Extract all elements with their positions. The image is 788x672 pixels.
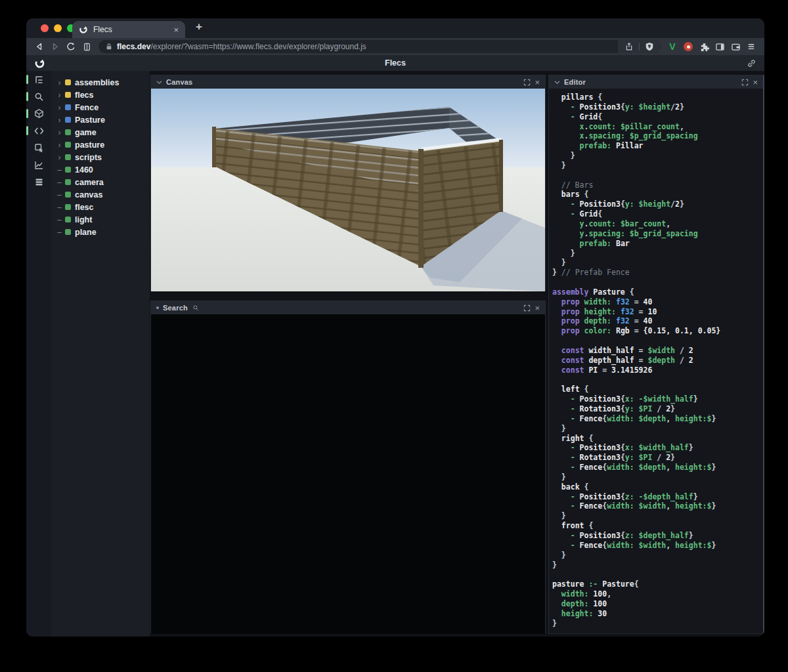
tree-item[interactable]: ›pasture — [51, 138, 150, 151]
entity-color-swatch — [65, 204, 71, 210]
expand-caret-icon[interactable]: › — [56, 116, 63, 125]
entity-color-swatch — [65, 192, 71, 198]
expand-caret-icon[interactable]: › — [56, 103, 63, 112]
code-line — [552, 171, 759, 180]
browser-tab[interactable]: Flecs × — [72, 21, 185, 38]
entity-color-swatch — [65, 92, 71, 98]
fullscreen-icon[interactable] — [523, 304, 531, 312]
reload-button[interactable] — [63, 39, 79, 54]
tree-item[interactable]: –1460 — [51, 163, 150, 176]
tree-item[interactable]: ›Fence — [51, 101, 150, 114]
leaf-dash-icon: – — [56, 215, 63, 224]
new-tab-button[interactable]: + — [196, 20, 202, 33]
wallet-icon[interactable] — [728, 39, 743, 54]
forward-button[interactable] — [47, 39, 63, 54]
tree-item[interactable]: ›assemblies — [51, 76, 150, 89]
tree-item[interactable]: ›game — [51, 126, 150, 138]
close-panel-icon[interactable]: × — [535, 304, 540, 312]
code-line: - Rotation3{y: $PI / 2} — [552, 453, 759, 463]
share-icon[interactable] — [624, 42, 634, 51]
code-line: } — [552, 161, 759, 171]
red-extension-icon[interactable] — [680, 39, 696, 54]
code-line: y.count: $bar_count, — [552, 219, 759, 229]
editor-panel-header: Editor × — [549, 75, 763, 89]
tree-item[interactable]: –camera — [51, 176, 150, 188]
extensions-puzzle-icon[interactable] — [696, 39, 712, 54]
workspace: ›assemblies›flecs›Fence›Pasture›game›pas… — [26, 71, 764, 637]
expand-caret-icon[interactable]: › — [56, 140, 63, 150]
entity-color-swatch — [65, 142, 71, 148]
code-line — [552, 278, 759, 287]
url-host: flecs.dev — [117, 42, 150, 51]
close-panel-icon[interactable]: × — [535, 78, 540, 87]
code-line: right { — [552, 434, 759, 444]
code-line: width: 100, — [552, 589, 759, 599]
code-line: } — [552, 424, 759, 434]
address-bar[interactable]: flecs.dev /explorer/?wasm=https://www.fl… — [98, 40, 661, 53]
entity-color-swatch — [65, 117, 71, 123]
brave-shield-icon[interactable] — [645, 42, 654, 51]
tree-item[interactable]: –canvas — [51, 188, 150, 201]
code-line: - Position3{z: -$depth_half} — [552, 492, 759, 502]
code-line: prefab: Pillar — [552, 141, 759, 151]
sidebar-item-data[interactable] — [26, 173, 51, 190]
code-line: - Position3{z: $depth_half} — [552, 531, 759, 541]
code-line — [552, 375, 759, 385]
minimize-window-button[interactable] — [54, 24, 62, 32]
bookmark-sidebar-button[interactable] — [79, 39, 95, 54]
menu-icon[interactable] — [743, 39, 759, 54]
expand-caret-icon[interactable]: › — [56, 78, 63, 87]
tab-title: Flecs — [93, 25, 173, 34]
code-line: } // Prefab Fence — [552, 268, 759, 278]
sidebar-item-entities[interactable] — [26, 105, 51, 122]
search-results-area[interactable] — [151, 314, 545, 634]
fullscreen-icon[interactable] — [741, 79, 749, 86]
code-line: const depth_half = $depth / 2 — [552, 356, 759, 366]
sidebar-item-outliner[interactable] — [26, 71, 51, 88]
url-path: /explorer/?wasm=https://www.flecs.dev/ex… — [150, 42, 618, 51]
tree-item[interactable]: ›flecs — [51, 89, 150, 101]
code-line: x.spacing: $p_grid_spacing — [552, 131, 759, 141]
tree-item[interactable]: –plane — [51, 226, 150, 238]
sidebar-toggle-icon[interactable] — [712, 39, 728, 54]
code-line: - Fence{width: $width, height:$} — [552, 541, 759, 551]
expand-caret-icon[interactable]: › — [56, 153, 63, 162]
leaf-dash-icon: – — [56, 190, 63, 200]
tree-item[interactable]: ›Pasture — [51, 114, 150, 126]
search-icon — [33, 91, 45, 102]
chevron-down-icon[interactable] — [554, 80, 560, 85]
code-editor[interactable]: pillars { - Position3{y: $height/2} - Gr… — [549, 89, 763, 632]
entity-color-swatch — [65, 167, 71, 173]
vue-devtools-extension-icon[interactable]: V — [665, 39, 680, 54]
expand-caret-icon[interactable]: › — [56, 91, 63, 100]
code-line: - Grid{ — [552, 209, 759, 219]
tree-item[interactable]: –light — [51, 213, 150, 226]
code-line: - Position3{x: $width_half} — [552, 443, 759, 453]
app-header: Flecs — [26, 55, 764, 71]
chevron-down-icon[interactable] — [156, 80, 162, 85]
expand-caret-icon[interactable]: › — [56, 128, 63, 137]
code-line: prop height: f32 = 10 — [552, 307, 759, 317]
tool-sidebar — [26, 71, 51, 637]
close-panel-icon[interactable]: × — [753, 78, 758, 87]
collapse-dot-icon[interactable] — [156, 306, 159, 309]
sidebar-item-code[interactable] — [26, 122, 51, 139]
close-tab-icon[interactable]: × — [173, 25, 179, 35]
entity-label: flesc — [75, 203, 94, 212]
tree-item[interactable]: ›scripts — [51, 151, 150, 163]
code-line: const width_half = $width / 2 — [552, 346, 759, 356]
back-button[interactable] — [32, 39, 47, 54]
3d-viewport[interactable] — [151, 89, 545, 291]
entity-label: game — [75, 128, 97, 137]
code-line: prefab: Bar — [552, 239, 759, 249]
code-line: prop color: Rgb = {0.15, 0.1, 0.05} — [552, 326, 759, 336]
tree-item[interactable]: –flesc — [51, 201, 150, 213]
code-line: pillars { — [552, 93, 759, 102]
sidebar-item-search[interactable] — [26, 88, 51, 105]
sidebar-item-inspector[interactable] — [26, 139, 51, 156]
sidebar-item-stats[interactable] — [26, 156, 51, 173]
code-line: bars { — [552, 190, 759, 200]
code-line: } — [552, 619, 759, 629]
fullscreen-icon[interactable] — [523, 79, 531, 86]
close-window-button[interactable] — [41, 24, 49, 32]
